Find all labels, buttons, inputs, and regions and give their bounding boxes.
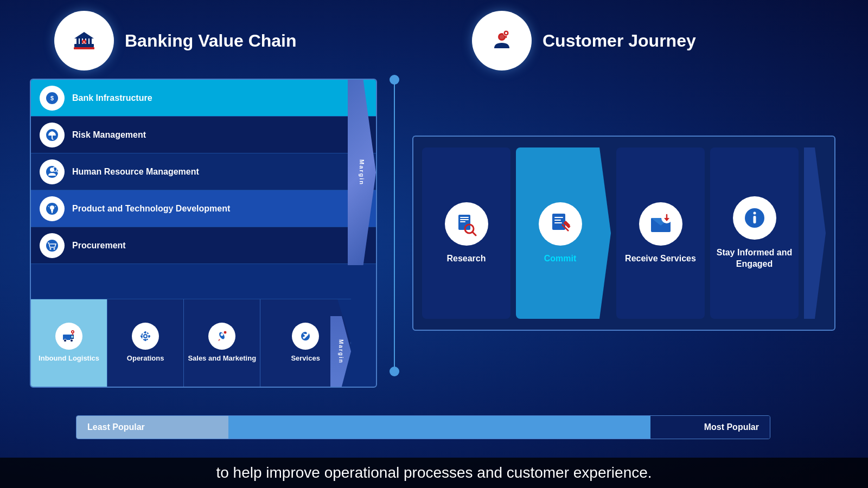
cj-end-arrow bbox=[804, 147, 826, 319]
svg-point-50 bbox=[224, 331, 227, 334]
hr-management-icon bbox=[45, 165, 59, 179]
risk-label: Risk Management bbox=[72, 130, 146, 140]
sales-marketing-icon bbox=[215, 329, 229, 343]
sales-label: Sales and Marketing bbox=[188, 354, 256, 363]
svg-point-36 bbox=[71, 339, 73, 342]
margin-label-bottom: Margin bbox=[330, 316, 351, 387]
svg-point-38 bbox=[72, 331, 73, 332]
svg-point-71 bbox=[753, 212, 756, 215]
least-popular-segment: Least Popular bbox=[76, 416, 228, 439]
procurement-icon-circle bbox=[40, 233, 65, 258]
svg-line-57 bbox=[473, 232, 476, 235]
cj-step-receive: Receive Services bbox=[616, 147, 705, 319]
svg-rect-25 bbox=[51, 210, 53, 211]
svg-rect-43 bbox=[145, 339, 146, 341]
services-icon bbox=[298, 329, 312, 343]
receive-services-icon bbox=[648, 211, 673, 236]
svg-rect-5 bbox=[90, 38, 92, 45]
product-tech-icon bbox=[45, 202, 59, 216]
receive-icon-circle bbox=[639, 202, 682, 246]
svg-text:$: $ bbox=[50, 95, 54, 101]
receive-label: Receive Services bbox=[625, 253, 696, 265]
subtitle-bar: to help improve operational processes an… bbox=[0, 458, 868, 488]
hr-icon-circle bbox=[40, 159, 65, 184]
bvc-title: Banking Value Chain bbox=[125, 31, 297, 51]
research-icon-circle bbox=[445, 202, 488, 246]
stay-informed-label: Stay Informed and Engaged bbox=[714, 247, 794, 270]
svg-rect-60 bbox=[554, 220, 561, 221]
svg-rect-32 bbox=[63, 335, 71, 340]
header-left: $ Banking Value Chain bbox=[54, 11, 297, 70]
most-popular-label: Most Popular bbox=[704, 422, 759, 432]
primary-col-operations: Operations bbox=[107, 299, 184, 387]
commit-icon bbox=[548, 211, 573, 236]
svg-rect-59 bbox=[554, 217, 563, 218]
bank-icon: $ bbox=[72, 29, 96, 53]
svg-marker-6 bbox=[74, 32, 94, 38]
operations-icon bbox=[138, 329, 152, 343]
support-row-risk: Risk Management bbox=[31, 117, 376, 153]
svg-point-24 bbox=[50, 206, 54, 210]
svg-point-30 bbox=[50, 248, 52, 249]
most-popular-segment: Most Popular bbox=[650, 416, 770, 439]
mid-popularity-segment bbox=[228, 416, 650, 439]
subtitle-text: to help improve operational processes an… bbox=[216, 464, 652, 481]
procurement-icon bbox=[45, 239, 59, 253]
svg-point-11 bbox=[500, 35, 504, 39]
stay-informed-icon-circle bbox=[733, 196, 776, 240]
product-icon-circle bbox=[40, 196, 65, 221]
support-row-infrastructure: $ Bank Infrastructure bbox=[31, 80, 376, 117]
popularity-bar: Least Popular Most Popular bbox=[76, 415, 770, 439]
svg-rect-4 bbox=[86, 38, 88, 45]
svg-rect-34 bbox=[71, 336, 73, 338]
svg-rect-58 bbox=[552, 214, 565, 230]
support-row-product: Product and Technology Development bbox=[31, 190, 376, 227]
research-label: Research bbox=[446, 253, 486, 265]
operations-label: Operations bbox=[127, 354, 164, 363]
commit-label: Commit bbox=[544, 253, 577, 265]
svg-rect-53 bbox=[460, 217, 469, 218]
services-label: Services bbox=[291, 354, 320, 363]
commit-icon-circle bbox=[539, 202, 582, 246]
svg-rect-55 bbox=[460, 221, 465, 222]
least-popular-label: Least Popular bbox=[87, 422, 145, 432]
support-row-hr: Human Resource Management bbox=[31, 153, 376, 190]
customer-icon-circle bbox=[472, 11, 532, 70]
svg-rect-2 bbox=[80, 38, 82, 45]
risk-management-icon bbox=[45, 128, 59, 142]
research-icon bbox=[454, 211, 479, 236]
header-right: Customer Journey bbox=[472, 11, 696, 70]
svg-rect-72 bbox=[753, 216, 756, 223]
cj-panel: Research Commit bbox=[412, 136, 835, 331]
svg-point-41 bbox=[144, 335, 146, 337]
infrastructure-icon-circle: $ bbox=[40, 86, 65, 111]
inbound-icon-circle bbox=[55, 323, 82, 350]
cj-title: Customer Journey bbox=[542, 31, 696, 51]
infrastructure-label: Bank Infrastructure bbox=[72, 93, 152, 103]
banking-icon-circle: $ bbox=[54, 11, 114, 70]
svg-rect-61 bbox=[554, 222, 562, 223]
svg-point-48 bbox=[221, 333, 224, 336]
svg-point-31 bbox=[54, 248, 55, 249]
primary-activities: Inbound Logistics bbox=[31, 299, 351, 387]
connector-line bbox=[394, 79, 395, 371]
customer-icon bbox=[490, 29, 514, 53]
bank-infrastructure-icon: $ bbox=[45, 91, 59, 105]
svg-rect-7 bbox=[74, 47, 94, 49]
primary-col-sales: Sales and Marketing bbox=[184, 299, 260, 387]
page-container: $ Banking Value Chain Customer Journey bbox=[0, 0, 868, 488]
svg-rect-1 bbox=[76, 38, 79, 45]
operations-icon-circle bbox=[132, 323, 159, 350]
cj-step-commit: Commit bbox=[516, 147, 611, 319]
inbound-label: Inbound Logistics bbox=[39, 354, 99, 363]
svg-marker-49 bbox=[218, 339, 220, 341]
procurement-label: Procurement bbox=[72, 241, 126, 251]
hr-label: Human Resource Management bbox=[72, 167, 199, 177]
svg-point-13 bbox=[505, 32, 507, 34]
sales-icon-circle bbox=[208, 323, 235, 350]
svg-point-35 bbox=[64, 339, 67, 342]
bvc-panel: $ Bank Infrastructure Risk Management bbox=[30, 79, 377, 388]
connector-dot-bottom bbox=[390, 367, 399, 376]
stay-informed-icon bbox=[742, 206, 767, 230]
product-label: Product and Technology Development bbox=[72, 204, 230, 214]
